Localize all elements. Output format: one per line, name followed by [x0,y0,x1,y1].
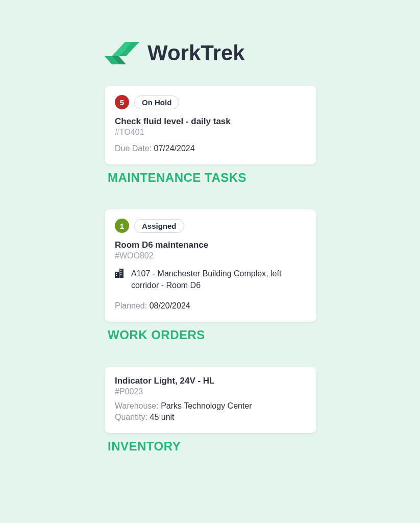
status-pill: Assigned [134,219,184,233]
work-order-card[interactable]: 1 Assigned Room D6 maintenance #WOO802 A… [105,209,316,322]
inventory-code: #P0023 [115,387,306,396]
worktrek-mark-icon [105,42,141,64]
location-text: A107 - Manchester Building Complex, left… [131,268,306,291]
due-date-value: 07/24/2024 [154,144,195,153]
inventory-title: Indicator Light, 24V - HL [115,376,306,386]
task-title: Check fluid level - daily task [115,116,306,127]
warehouse-value: Parks Technology Center [161,401,252,410]
svg-rect-11 [120,274,121,275]
task-code: #TO401 [115,128,306,137]
warehouse-label: Warehouse: [115,401,159,410]
svg-rect-10 [120,272,121,273]
section-heading-inventory: INVENTORY [108,439,316,454]
location-row: A107 - Manchester Building Complex, left… [115,268,306,291]
planned-label: Planned: [115,301,147,310]
planned-row: Planned: 08/20/2024 [115,301,306,311]
brand-logo: WorkTrek [105,41,316,65]
due-date-row: Due Date: 07/24/2024 [115,144,306,153]
quantity-label: Quantity: [115,413,147,421]
brand-name: WorkTrek [147,41,245,65]
svg-rect-7 [116,273,117,274]
due-date-label: Due Date: [115,144,152,153]
priority-badge: 5 [115,95,129,109]
status-row: 5 On Hold [115,95,306,109]
svg-rect-9 [120,270,121,271]
warehouse-row: Warehouse: Parks Technology Center [115,401,306,411]
status-pill: On Hold [134,96,179,109]
inventory-card[interactable]: Indicator Light, 24V - HL #P0023 Warehou… [105,367,316,433]
main-column: WorkTrek 5 On Hold Check fluid level - d… [105,41,316,454]
work-order-code: #WOO802 [115,251,306,260]
section-heading-maintenance: MAINTENANCE TASKS [108,171,316,185]
status-row: 1 Assigned [115,219,306,233]
planned-value: 08/20/2024 [150,301,190,310]
priority-badge: 1 [115,219,129,233]
section-heading-work-orders: WORK ORDERS [108,328,316,342]
building-icon [115,269,125,280]
quantity-value: 45 unit [150,413,174,421]
quantity-row: Quantity: 45 unit [115,413,306,422]
maintenance-task-card[interactable]: 5 On Hold Check fluid level - daily task… [105,86,316,164]
svg-rect-8 [116,275,117,276]
work-order-title: Room D6 maintenance [115,240,306,250]
